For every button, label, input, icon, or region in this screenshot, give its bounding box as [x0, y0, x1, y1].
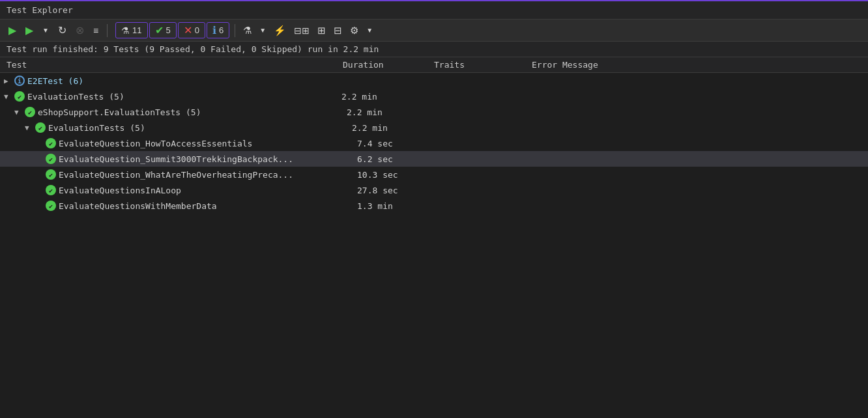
test-row[interactable]: ✔EvaluateQuestion_Summit3000TrekkingBack…: [0, 151, 868, 167]
pass-status-icon: ✔: [14, 91, 25, 102]
column-headers: Test Duration Traits Error Message: [0, 57, 868, 73]
test-name-cell: ▶iE2ETest (6): [0, 76, 341, 86]
cancel-button[interactable]: ⊗: [72, 22, 87, 38]
test-name-cell: ✔EvaluateQuestion_WhatAreTheOverheatingP…: [0, 169, 357, 180]
test-row[interactable]: ✔EvaluateQuestionsInALoop27.8 sec: [0, 182, 868, 198]
expand-icon[interactable]: ▼: [25, 124, 33, 132]
pass-status-icon: ✔: [25, 107, 35, 117]
test-name-text: E2ETest (6): [27, 76, 83, 86]
status-text: Test run finished: 9 Tests (9 Passed, 0 …: [7, 44, 379, 54]
filter-info-count: 6: [219, 25, 224, 35]
run-all-button[interactable]: ▶: [5, 22, 20, 38]
test-duration-cell: 6.2 sec: [357, 154, 448, 164]
toolbar: ▶ ▶ ▼ ↻ ⊗ ≡ ⚗ 11 ✔ 5 ✕ 0 ℹ 6 ⚗ ▼ ⚡ ⊟⊞ ⊞ …: [0, 20, 868, 42]
test-name-cell: ▼✔EvaluationTests (5): [0, 122, 352, 133]
test-name-text: EvaluateQuestionsInALoop: [59, 186, 181, 195]
pass-icon: ✔: [155, 24, 164, 36]
test-duration-cell: 2.2 min: [341, 92, 433, 102]
info-icon: ℹ: [212, 24, 216, 36]
pass-status-icon: ✔: [46, 138, 56, 148]
run-dropdown-2-button[interactable]: ▼: [257, 25, 268, 36]
test-name-text: EvaluateQuestion_Summit3000TrekkingBackp…: [59, 154, 293, 164]
info-status-icon: i: [14, 76, 25, 86]
pass-status-icon: ✔: [46, 185, 56, 195]
test-row[interactable]: ✔EvaluateQuestion_WhatAreTheOverheatingP…: [0, 167, 868, 182]
col-duration-header[interactable]: Duration: [343, 60, 434, 70]
filter-group: ⚗ 11 ✔ 5 ✕ 0 ℹ 6: [115, 22, 229, 38]
test-duration-cell: 2.2 min: [352, 123, 443, 133]
refresh-button[interactable]: ↻: [55, 22, 70, 38]
group-button[interactable]: ⊟⊞: [291, 23, 312, 38]
test-list: ▶iE2ETest (6)▼✔EvaluationTests (5)2.2 mi…: [0, 73, 868, 214]
test-row[interactable]: ▼✔EvaluationTests (5)2.2 min: [0, 120, 868, 135]
filter-flask-button[interactable]: ⚗ 11: [115, 22, 147, 38]
run-dropdown-button[interactable]: ▼: [39, 25, 52, 36]
test-row[interactable]: ▼✔eShopSupport.EvaluationTests (5)2.2 mi…: [0, 104, 868, 120]
config-button[interactable]: ≡: [90, 23, 102, 38]
test-name-cell: ✔EvaluateQuestion_Summit3000TrekkingBack…: [0, 154, 357, 164]
expand-icon[interactable]: ▶: [4, 77, 12, 85]
test-row[interactable]: ✔EvaluateQuestion_HowToAccessEssentials7…: [0, 135, 868, 151]
filter-fail-count: 0: [195, 25, 199, 35]
test-name-cell: ✔EvaluateQuestionsInALoop: [0, 185, 357, 195]
test-name-cell: ✔EvaluateQuestionsWithMemberData: [0, 201, 357, 211]
filter-info-button[interactable]: ℹ 6: [207, 22, 229, 38]
test-row[interactable]: ▶iE2ETest (6): [0, 73, 868, 89]
test-duration-cell: 7.4 sec: [357, 139, 448, 148]
pass-status-icon: ✔: [46, 154, 56, 164]
test-duration-cell: 10.3 sec: [357, 170, 448, 180]
test-name-text: EvaluateQuestion_HowToAccessEssentials: [59, 139, 252, 148]
separator-2: [235, 24, 235, 37]
settings-button[interactable]: ⚙: [347, 23, 361, 38]
run-passed-button[interactable]: ▶: [22, 22, 36, 38]
filter-pass-count: 5: [166, 25, 171, 35]
test-row[interactable]: ▼✔EvaluationTests (5)2.2 min: [0, 89, 868, 104]
test-name-cell: ▼✔eShopSupport.EvaluationTests (5): [0, 107, 347, 117]
separator-1: [107, 24, 108, 37]
filter-pass-button[interactable]: ✔ 5: [149, 22, 177, 38]
pass-status-icon: ✔: [35, 122, 46, 133]
run-selected-button[interactable]: ⚗: [240, 23, 254, 38]
test-name-text: EvaluateQuestionsWithMemberData: [59, 201, 217, 211]
fail-icon: ✕: [184, 24, 192, 36]
expand-icon[interactable]: ▼: [14, 108, 22, 117]
flask-icon: ⚗: [121, 25, 130, 36]
test-name-text: EvaluationTests (5): [48, 123, 145, 133]
test-name-text: EvaluationTests (5): [27, 92, 124, 102]
pass-status-icon: ✔: [46, 169, 56, 180]
col-traits-header[interactable]: Traits: [434, 60, 532, 70]
title-text: Test Explorer: [7, 5, 73, 15]
test-duration-cell: 1.3 min: [357, 201, 448, 211]
test-name-text: EvaluateQuestion_WhatAreTheOverheatingPr…: [59, 170, 293, 180]
col-test-header: Test: [0, 60, 343, 70]
col-error-header[interactable]: Error Message: [532, 60, 868, 70]
expand-icon[interactable]: ▼: [4, 92, 12, 101]
collapse-all-button[interactable]: ⊟: [331, 23, 345, 38]
status-bar: Test run finished: 9 Tests (9 Passed, 0 …: [0, 42, 868, 57]
pass-status-icon: ✔: [46, 201, 56, 211]
test-name-cell: ✔EvaluateQuestion_HowToAccessEssentials: [0, 138, 357, 148]
test-row[interactable]: ✔EvaluateQuestionsWithMemberData1.3 min: [0, 198, 868, 214]
lightning-button[interactable]: ⚡: [271, 23, 289, 38]
test-name-cell: ▼✔EvaluationTests (5): [0, 91, 341, 102]
test-name-text: eShopSupport.EvaluationTests (5): [38, 107, 201, 117]
expand-all-button[interactable]: ⊞: [315, 23, 328, 38]
settings-dropdown-button[interactable]: ▼: [364, 25, 375, 36]
filter-fail-button[interactable]: ✕ 0: [178, 22, 205, 38]
test-duration-cell: 2.2 min: [347, 107, 438, 117]
filter-flask-count: 11: [132, 25, 141, 35]
test-duration-cell: 27.8 sec: [357, 186, 448, 195]
title-bar: Test Explorer: [0, 0, 868, 20]
